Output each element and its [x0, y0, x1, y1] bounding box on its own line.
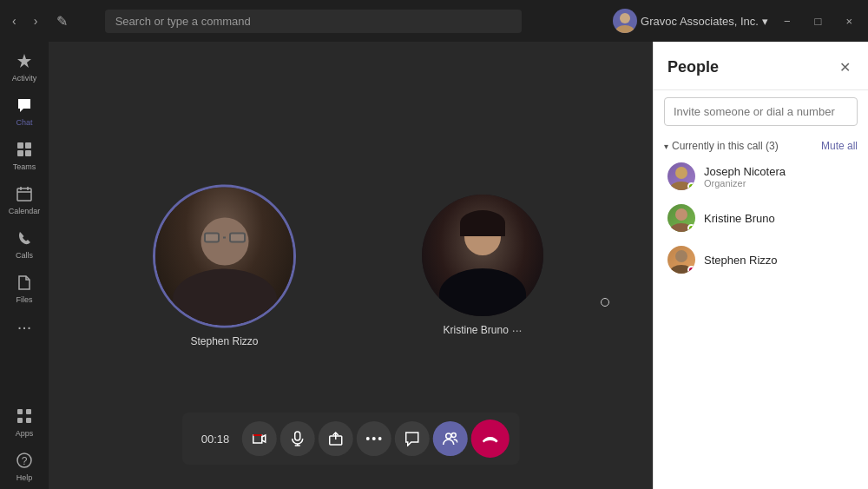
files-icon [16, 274, 33, 294]
joseph-nicotera-role: Organizer [704, 178, 854, 188]
kristine-bruno-name: Kristine Bruno [443, 324, 508, 336]
end-call-button[interactable] [470, 420, 509, 458]
org-name-text: Gravoc Associates, Inc. [641, 15, 759, 28]
sidebar-item-apps[interactable]: Apps [0, 400, 49, 445]
nav-controls: ‹ › ✎ [7, 10, 59, 31]
svg-point-27 [675, 250, 687, 262]
stephen-rizzo-name: Stephen Rizzo [190, 334, 258, 347]
camera-button[interactable] [241, 421, 276, 456]
org-chevron-icon: ▾ [762, 15, 768, 28]
participant-stephen-rizzo: Stephen Rizzo [153, 184, 296, 347]
svg-point-20 [378, 437, 381, 440]
joseph-nicotera-name: Joseph Nicotera [704, 165, 854, 178]
svg-rect-10 [26, 418, 31, 423]
sidebar-item-calls[interactable]: Calls [0, 222, 49, 267]
mic-button[interactable] [279, 421, 314, 456]
stephen-status-dot [687, 266, 695, 274]
stephen-rizzo-info: Stephen Rizzo [704, 254, 854, 267]
maximize-button[interactable]: □ [806, 11, 831, 31]
video-area: Stephen Rizzo Kristine Bruno ··· 00:18 [49, 42, 653, 489]
files-label: Files [16, 295, 32, 304]
sidebar-item-more[interactable]: ··· [0, 311, 49, 342]
svg-point-22 [451, 433, 456, 438]
chat-label: Chat [16, 118, 32, 127]
svg-point-18 [365, 437, 369, 440]
svg-rect-9 [17, 418, 23, 423]
stephen-rizzo-avatar-panel [667, 246, 695, 274]
main-content: Activity Chat Teams [0, 42, 868, 489]
svg-rect-3 [25, 142, 31, 149]
svg-point-25 [675, 208, 687, 221]
title-bar: ‹ › ✎ Search or type a command Gravoc As… [0, 0, 868, 42]
share-button[interactable] [318, 421, 352, 456]
more-icon: ··· [17, 318, 32, 335]
org-avatar [613, 9, 637, 33]
sidebar: Activity Chat Teams [0, 42, 49, 489]
activity-icon [16, 52, 33, 72]
sidebar-item-help[interactable]: ? Help [0, 445, 49, 489]
currently-in-call-section: ▾ Currently in this call (3) Mute all [654, 133, 868, 155]
close-people-panel-button[interactable]: ✕ [836, 56, 854, 79]
sidebar-item-teams[interactable]: Teams [0, 134, 49, 178]
kristine-bruno-avatar [422, 195, 543, 316]
close-button[interactable]: × [837, 11, 861, 31]
svg-rect-4 [17, 150, 23, 156]
call-timer: 00:18 [193, 427, 239, 451]
list-item[interactable]: Kristine Bruno [661, 197, 861, 239]
svg-point-23 [675, 167, 687, 179]
kristine-bruno-name-panel: Kristine Bruno [704, 212, 854, 225]
kristine-bruno-avatar-panel [667, 204, 695, 232]
sidebar-item-calendar[interactable]: Calendar [0, 178, 49, 222]
kristine-status-dot [687, 224, 695, 232]
minimize-button[interactable]: − [775, 11, 799, 31]
section-chevron-icon: ▾ [664, 142, 668, 151]
sidebar-item-chat[interactable]: Chat [0, 89, 49, 134]
search-placeholder: Search or type a command [115, 15, 251, 28]
stephen-rizzo-name-panel: Stephen Rizzo [704, 254, 854, 267]
nav-back-button[interactable]: ‹ [7, 10, 22, 31]
section-label-text: Currently in this call (3) [672, 140, 779, 152]
nav-forward-button[interactable]: › [29, 10, 43, 31]
joseph-nicotera-avatar [667, 162, 695, 190]
svg-rect-8 [26, 409, 31, 414]
more-options-button[interactable] [356, 421, 391, 456]
svg-rect-6 [17, 188, 31, 201]
calendar-icon [16, 185, 33, 205]
mute-all-button[interactable]: Mute all [821, 140, 858, 152]
search-bar[interactable]: Search or type a command [105, 10, 522, 33]
org-name[interactable]: Gravoc Associates, Inc. ▾ [613, 9, 768, 33]
chat-toggle-button[interactable] [394, 421, 429, 456]
calendar-label: Calendar [9, 207, 41, 215]
sidebar-item-activity[interactable]: Activity [0, 45, 49, 89]
svg-point-0 [620, 13, 630, 23]
kristine-bruno-more-icon[interactable]: ··· [512, 323, 523, 337]
invite-input[interactable] [664, 97, 858, 126]
teams-label: Teams [13, 162, 36, 171]
people-panel-header: People ✕ [654, 42, 868, 90]
svg-rect-14 [294, 432, 299, 440]
svg-point-1 [615, 25, 635, 33]
apps-label: Apps [16, 429, 34, 438]
svg-rect-2 [17, 142, 23, 149]
kristine-bruno-info: Kristine Bruno [704, 212, 854, 225]
title-bar-right: Gravoc Associates, Inc. ▾ − □ × [613, 9, 861, 33]
list-item[interactable]: Stephen Rizzo [661, 239, 861, 281]
people-toggle-button[interactable] [432, 421, 467, 456]
svg-rect-7 [17, 409, 23, 414]
activity-label: Activity [12, 74, 37, 83]
compose-button[interactable]: ✎ [56, 13, 68, 30]
list-item[interactable]: Joseph Nicotera Organizer [661, 155, 861, 197]
joseph-status-dot [687, 182, 695, 190]
stephen-rizzo-avatar [153, 184, 296, 327]
calls-icon [16, 229, 33, 249]
stephen-rizzo-label: Stephen Rizzo [190, 334, 258, 347]
sidebar-item-files[interactable]: Files [0, 267, 49, 311]
svg-point-19 [372, 437, 375, 440]
kristine-bruno-label: Kristine Bruno ··· [443, 323, 522, 337]
joseph-nicotera-info: Joseph Nicotera Organizer [704, 165, 854, 188]
svg-rect-5 [25, 150, 31, 156]
svg-text:?: ? [22, 455, 28, 467]
participant-kristine-bruno: Kristine Bruno ··· [422, 195, 543, 337]
participant-list: Joseph Nicotera Organizer Kristine Bruno [654, 155, 868, 281]
people-panel: People ✕ ▾ Currently in this call (3) Mu… [653, 42, 868, 489]
